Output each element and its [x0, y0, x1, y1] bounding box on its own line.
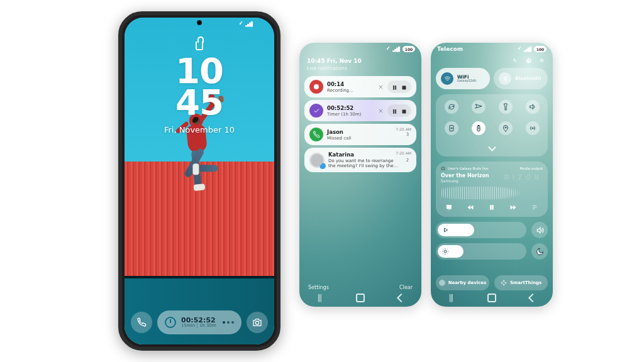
pause-button[interactable] — [392, 105, 397, 117]
battery-icon: 100 — [402, 46, 415, 52]
media-output-button[interactable]: Media output — [520, 167, 543, 170]
settings-button[interactable]: Settings — [308, 285, 329, 290]
call-label: Missed call — [327, 136, 400, 141]
brightness-slider[interactable] — [436, 243, 526, 260]
media-player[interactable]: RIZON 🎧 User's Galaxy Buds live Media ou… — [436, 162, 548, 217]
message-count-badge: 2 — [404, 156, 411, 164]
wifi-icon — [514, 46, 521, 52]
qs-powersave-toggle[interactable] — [467, 119, 490, 137]
bluetooth-label: Bluetooth — [515, 76, 541, 81]
qs-sync-toggle[interactable] — [440, 98, 463, 116]
camera-hole — [197, 20, 202, 25]
recorder-time: 00:14 — [327, 81, 371, 87]
message-body: Do you want me to rearrange the meeting?… — [328, 158, 400, 168]
wifi-icon — [441, 72, 453, 85]
svg-rect-13 — [491, 206, 492, 210]
skip-back-button[interactable] — [466, 203, 475, 212]
skip-fwd-button[interactable] — [509, 203, 518, 212]
playlist-icon[interactable] — [530, 203, 539, 212]
carrier-label: Telecom — [437, 46, 511, 52]
settings-gear-icon[interactable]: ⚙ — [540, 58, 544, 63]
clear-button[interactable]: Clear — [399, 285, 413, 290]
qs-expand-handle[interactable] — [440, 141, 544, 153]
phone-shortcut-button[interactable] — [131, 312, 152, 333]
notification-missed-call[interactable]: Jason Missed call 7:20 AM 3 — [304, 124, 416, 145]
media-artist: Samsung — [441, 178, 543, 183]
power-icon[interactable]: ⏻ — [526, 58, 531, 63]
svg-rect-6 — [402, 109, 406, 112]
media-progress[interactable] — [441, 187, 543, 199]
quick-settings-panel: Telecom 100 ✎ ⏻ ⚙ WiFiGalaxyS24U Bluetoo… — [431, 43, 553, 307]
call-time: 7:20 AM — [396, 127, 411, 131]
stop-button[interactable] — [401, 81, 407, 93]
back-button[interactable] — [527, 294, 538, 302]
qs-grid — [436, 94, 548, 156]
battery-icon: 100 — [534, 46, 547, 52]
call-count-badge: 3 — [404, 131, 411, 138]
lockscreen-screen: 100 10 45 Fri, November 10 00:52:52 15mi… — [125, 18, 274, 344]
signal-icon — [392, 47, 400, 52]
qs-hotspot-toggle[interactable] — [521, 119, 544, 137]
play-pause-button[interactable] — [487, 203, 496, 212]
camera-shortcut-button[interactable] — [247, 312, 268, 333]
dark-mode-toggle[interactable] — [531, 243, 548, 260]
notification-recorder[interactable]: 00:14 Recording... — [304, 76, 416, 97]
clock-date: Fri, November 10 — [164, 125, 235, 134]
recents-button[interactable] — [445, 294, 457, 302]
lockscreen-phone: 100 10 45 Fri, November 10 00:52:52 15mi… — [118, 11, 280, 351]
contact-avatar — [309, 153, 325, 168]
edit-icon[interactable]: ✎ — [513, 58, 517, 63]
media-device: User's Galaxy Buds live — [448, 167, 518, 170]
clock-icon — [165, 317, 176, 328]
qs-toolbar: ✎ ⏻ ⚙ — [431, 55, 553, 65]
recents-button[interactable] — [314, 294, 325, 302]
nearby-devices-button[interactable]: Nearby devices — [436, 275, 489, 290]
qs-sound-toggle[interactable] — [521, 98, 544, 116]
nav-bar — [299, 292, 421, 304]
qs-rotation-toggle[interactable] — [440, 119, 463, 137]
phone-icon — [309, 128, 323, 141]
nav-bar — [431, 292, 553, 304]
signal-icon — [524, 47, 531, 52]
svg-rect-1 — [393, 85, 394, 89]
smartthings-button[interactable]: SmartThings — [494, 275, 548, 290]
message-time: 7:20 AM — [396, 151, 411, 155]
message-sender: Katarina — [328, 151, 400, 158]
recorder-icon — [309, 80, 323, 94]
wifi-toggle[interactable]: WiFiGalaxyS24U — [436, 68, 490, 89]
qs-flashlight-toggle[interactable] — [494, 98, 517, 116]
volume-slider[interactable] — [436, 222, 526, 238]
qs-location-toggle[interactable] — [494, 119, 517, 137]
bluetooth-icon — [499, 72, 511, 85]
back-button[interactable] — [396, 294, 407, 302]
stop-button[interactable] — [401, 105, 407, 117]
wifi-icon — [382, 46, 390, 52]
call-name: Jason — [327, 129, 400, 135]
close-button[interactable] — [375, 81, 386, 92]
svg-rect-12 — [447, 205, 452, 209]
pause-button[interactable] — [392, 81, 397, 93]
home-button[interactable] — [355, 294, 366, 302]
shade-time-date: 10:45 Fri, Nov 10 — [299, 55, 421, 65]
qs-airplane-toggle[interactable] — [467, 98, 490, 116]
svg-point-15 — [444, 250, 447, 253]
svg-point-8 — [451, 128, 452, 129]
timer-label: Timer (1h 30m) — [327, 112, 371, 117]
timer-time: 00:52:52 — [327, 105, 371, 111]
close-button[interactable] — [375, 105, 386, 116]
volume-expand-button[interactable] — [531, 222, 548, 238]
svg-point-0 — [255, 321, 258, 324]
wifi-ssid: GalaxyS24U — [457, 79, 477, 82]
notification-panel: 100 10:45 Fri, Nov 10 Live notifications… — [299, 43, 421, 307]
svg-rect-3 — [402, 85, 406, 89]
recorder-label: Recording... — [327, 88, 371, 93]
notification-timer[interactable]: 00:52:52 Timer (1h 30m) — [304, 100, 416, 121]
status-bar: 100 — [299, 43, 421, 55]
bluetooth-toggle[interactable]: Bluetooth — [494, 68, 548, 89]
home-button[interactable] — [486, 294, 497, 302]
notification-message[interactable]: Katarina Do you want me to rearrange the… — [304, 148, 416, 172]
timer-widget[interactable]: 00:52:52 15min | 1h 30m — [157, 310, 242, 334]
cast-icon[interactable] — [445, 203, 453, 212]
svg-point-11 — [532, 128, 533, 129]
lock-icon — [196, 41, 203, 50]
